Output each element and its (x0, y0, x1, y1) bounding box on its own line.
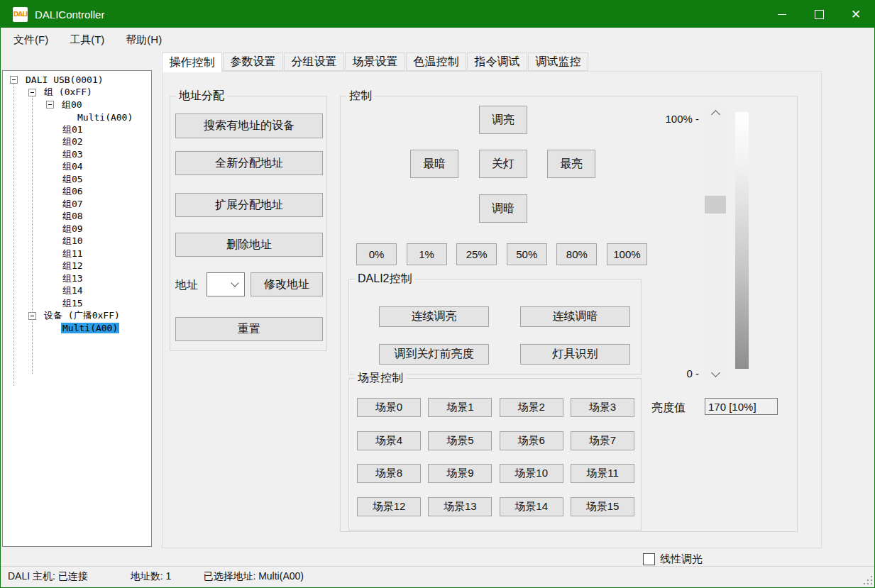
tree-item-label[interactable]: DALI USB(0001) (24, 74, 105, 85)
percent-50-button[interactable]: 50% (507, 243, 547, 265)
tree-item-label[interactable]: Multi(A00) (76, 112, 134, 123)
tree-item-label[interactable]: 组04 (61, 160, 84, 173)
tab-parameter-settings[interactable]: 参数设置 (223, 52, 283, 71)
menu-file[interactable]: 文件(F) (5, 29, 57, 51)
tree-item-group01[interactable]: 组01 (3, 123, 151, 136)
scene-14-button[interactable]: 场景14 (500, 497, 563, 516)
tree-item-group08[interactable]: 组08 (3, 211, 151, 223)
scene-0-button[interactable]: 场景0 (357, 398, 421, 417)
tree-item-devices-broadcast[interactable]: 设备 (广播0xFF) (3, 310, 151, 323)
modify-address-button[interactable]: 修改地址 (251, 272, 323, 296)
scene-13-button[interactable]: 场景13 (428, 497, 492, 516)
scene-7-button[interactable]: 场景7 (571, 431, 634, 450)
scene-9-button[interactable]: 场景9 (428, 464, 492, 483)
percent-100-button[interactable]: 100% (607, 243, 647, 265)
tree-item-group04[interactable]: 组04 (3, 161, 151, 174)
tree-item-label[interactable]: 组13 (61, 272, 84, 285)
tree-item-group13[interactable]: 组13 (3, 272, 151, 285)
reset-button[interactable]: 重置 (175, 317, 323, 341)
tree-item-label[interactable]: 组 (0xFF) (43, 86, 94, 99)
tree-item-label[interactable]: 组08 (61, 210, 84, 223)
scene-5-button[interactable]: 场景5 (428, 431, 492, 450)
tree-item-label[interactable]: 组05 (61, 173, 84, 186)
brightest-button[interactable]: 最亮 (547, 150, 595, 178)
collapse-icon[interactable] (28, 312, 36, 320)
continuous-brighten-button[interactable]: 连续调亮 (379, 306, 489, 327)
percent-0-button[interactable]: 0% (356, 243, 397, 265)
tree-item-label[interactable]: 组09 (61, 223, 84, 235)
tree-item-group05[interactable]: 组05 (3, 173, 151, 186)
delete-address-button[interactable]: 删除地址 (175, 233, 323, 257)
resize-grip[interactable] (864, 576, 872, 584)
tree-item-label[interactable]: 组10 (61, 235, 84, 248)
scroll-down-button[interactable] (705, 365, 726, 384)
collapse-icon[interactable] (46, 101, 54, 109)
tree-item-group03[interactable]: 组03 (3, 148, 151, 161)
percent-80-button[interactable]: 80% (556, 243, 597, 265)
tab-grouping-settings[interactable]: 分组设置 (284, 52, 344, 71)
menu-help[interactable]: 帮助(H) (117, 29, 170, 51)
tree-item-group-root[interactable]: 组 (0xFF) (3, 87, 151, 99)
scene-3-button[interactable]: 场景3 (571, 398, 634, 417)
tab-debug-monitor[interactable]: 调试监控 (528, 52, 588, 71)
maximize-button[interactable] (800, 1, 837, 28)
tree-item-group06[interactable]: 组06 (3, 186, 151, 199)
scroll-up-button[interactable] (705, 104, 726, 123)
tree-item-multi-a00-selected[interactable]: Multi(A00) (3, 322, 151, 335)
tree-item-group12[interactable]: 组12 (3, 260, 151, 273)
minimize-button[interactable] (764, 1, 800, 28)
tree-item-dali-usb[interactable]: DALI USB(0001) (3, 74, 151, 87)
scrollbar-thumb[interactable] (705, 196, 726, 213)
tree-item-group10[interactable]: 组10 (3, 235, 151, 248)
tree-item-group00[interactable]: 组00 (3, 99, 151, 111)
tree-item-label[interactable]: Multi(A00) (61, 323, 119, 333)
lamp-off-button[interactable]: 关灯 (479, 150, 527, 178)
scene-1-button[interactable]: 场景1 (428, 398, 492, 417)
tree-item-group11[interactable]: 组11 (3, 248, 151, 260)
dimmest-button[interactable]: 最暗 (410, 150, 458, 178)
tree-item-label[interactable]: 设备 (广播0xFF) (43, 309, 121, 322)
tree-item-group15[interactable]: 组15 (3, 297, 151, 310)
collapse-icon[interactable] (10, 76, 18, 84)
tree-item-label[interactable]: 组07 (61, 198, 84, 211)
brightness-scrollbar[interactable] (705, 104, 726, 384)
address-combobox[interactable] (207, 272, 245, 296)
tree-item-group09[interactable]: 组09 (3, 223, 151, 235)
percent-25-button[interactable]: 25% (456, 243, 497, 265)
scene-6-button[interactable]: 场景6 (500, 431, 563, 450)
tree-item-multi-a00[interactable]: Multi(A00) (3, 111, 151, 124)
scene-8-button[interactable]: 场景8 (357, 464, 421, 483)
tab-command-debug[interactable]: 指令调试 (467, 52, 527, 71)
brightness-value-field[interactable]: 170 [10%] (705, 398, 778, 415)
tree-item-label[interactable]: 组06 (61, 185, 84, 198)
scene-4-button[interactable]: 场景4 (357, 431, 421, 450)
tree-item-label[interactable]: 组15 (61, 297, 84, 310)
close-button[interactable]: ✕ (837, 1, 874, 28)
tree-item-group02[interactable]: 组02 (3, 136, 151, 149)
tree-item-group14[interactable]: 组14 (3, 285, 151, 298)
search-addressed-devices-button[interactable]: 搜索有地址的设备 (175, 113, 323, 138)
dim-button[interactable]: 调暗 (479, 194, 527, 223)
brighten-button[interactable]: 调亮 (479, 106, 527, 134)
tab-color-temp-control[interactable]: 色温控制 (406, 52, 466, 71)
tab-scene-settings[interactable]: 场景设置 (345, 52, 405, 71)
linear-dimming-checkbox[interactable] (643, 553, 655, 565)
recall-last-level-button[interactable]: 调到关灯前亮度 (379, 344, 489, 365)
scene-15-button[interactable]: 场景15 (571, 497, 634, 516)
tree-item-label[interactable]: 组11 (61, 248, 84, 260)
tree-item-label[interactable]: 组00 (60, 99, 84, 111)
tree-item-label[interactable]: 组03 (61, 148, 84, 161)
collapse-icon[interactable] (28, 89, 36, 96)
tree-item-label[interactable]: 组01 (61, 123, 84, 136)
scene-2-button[interactable]: 场景2 (500, 398, 563, 417)
scene-12-button[interactable]: 场景12 (357, 497, 421, 516)
menu-tools[interactable]: 工具(T) (61, 29, 113, 51)
scene-11-button[interactable]: 场景11 (571, 464, 634, 483)
continuous-dim-button[interactable]: 连续调暗 (520, 306, 630, 327)
tree-item-label[interactable]: 组12 (61, 260, 84, 272)
scene-10-button[interactable]: 场景10 (500, 464, 563, 483)
tree-item-label[interactable]: 组02 (61, 135, 84, 148)
tree-item-label[interactable]: 组14 (61, 284, 84, 297)
extend-assign-addresses-button[interactable]: 扩展分配地址 (175, 193, 323, 217)
percent-1-button[interactable]: 1% (407, 243, 447, 265)
